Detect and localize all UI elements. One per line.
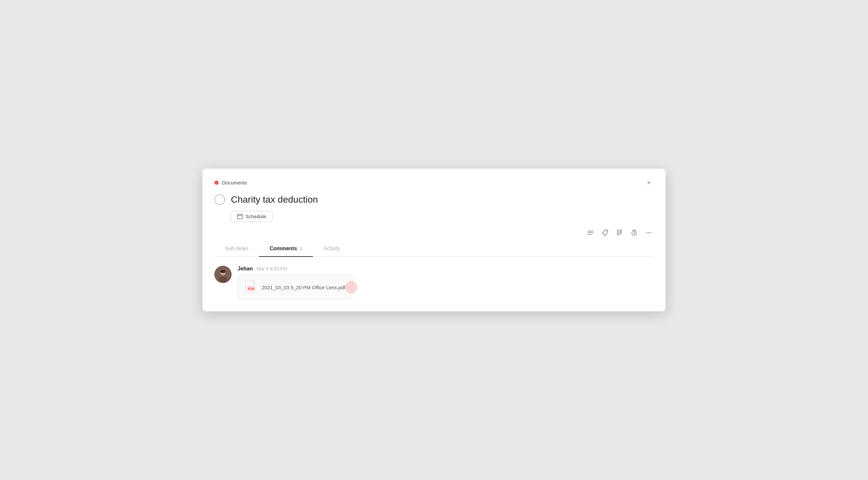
tab-comments-badge: 1: [300, 246, 302, 251]
svg-rect-0: [238, 215, 243, 219]
modal-header: Documents ×: [203, 169, 665, 191]
tag-icon: [601, 229, 609, 236]
tab-comments-label: Comments: [270, 246, 297, 251]
task-modal: Documents × Charity tax deduction Schedu…: [203, 169, 665, 312]
attachment-card[interactable]: PDF 2021_03_03 9_20 PM Office Lens.pdf: [238, 275, 352, 299]
pdf-file-icon: PDF: [245, 280, 257, 294]
schedule-row: Schedule: [203, 207, 665, 222]
avatar-image: [214, 266, 231, 283]
subtask-list-button[interactable]: [586, 228, 595, 238]
subtask-list-icon: [587, 229, 594, 236]
comment-time: Mar 8 8:20 PM: [257, 266, 287, 271]
toolbar: [203, 222, 665, 240]
pdf-icon-svg: PDF: [245, 280, 257, 294]
more-button[interactable]: [644, 228, 654, 238]
tab-activity-label: Activity: [323, 246, 340, 251]
avatar: [214, 266, 231, 283]
svg-point-18: [650, 232, 651, 233]
task-title-row: Charity tax deduction: [203, 191, 665, 207]
svg-point-24: [218, 276, 227, 283]
calendar-icon: [237, 214, 243, 219]
svg-point-8: [588, 232, 588, 233]
svg-point-10: [606, 231, 607, 232]
comment-item: Jehan Mar 8 8:20 PM PDF: [214, 266, 654, 299]
comments-section: Jehan Mar 8 8:20 PM PDF: [203, 257, 665, 311]
svg-text:PDF: PDF: [248, 287, 255, 291]
tab-subtasks[interactable]: Sub-tasks: [214, 243, 259, 257]
flag-icon: [616, 229, 623, 236]
tag-button[interactable]: [600, 228, 610, 238]
status-dot: [214, 181, 219, 185]
reminder-icon: [630, 229, 638, 236]
tab-comments[interactable]: Comments 1: [259, 243, 313, 257]
attachment-filename: 2021_03_03 9_20 PM Office Lens.pdf: [262, 285, 345, 290]
tab-activity[interactable]: Activity: [313, 243, 351, 257]
svg-line-15: [635, 230, 636, 230]
svg-line-13: [634, 233, 635, 234]
close-button[interactable]: ×: [644, 178, 654, 188]
task-title: Charity tax deduction: [231, 194, 318, 205]
svg-point-9: [588, 234, 588, 235]
flag-button[interactable]: [615, 228, 624, 238]
svg-line-14: [633, 230, 633, 230]
tabs-row: Sub-tasks Comments 1 Activity: [214, 243, 654, 257]
schedule-button[interactable]: Schedule: [231, 211, 273, 222]
comment-author: Jehan: [238, 266, 253, 272]
tab-subtasks-label: Sub-tasks: [225, 246, 248, 251]
breadcrumb: Documents: [214, 180, 247, 186]
schedule-button-label: Schedule: [245, 214, 266, 219]
pink-blob-decoration: [345, 281, 358, 293]
svg-point-7: [588, 231, 588, 231]
svg-point-23: [221, 270, 225, 273]
svg-point-16: [646, 232, 647, 233]
comment-content: Jehan Mar 8 8:20 PM PDF: [238, 266, 654, 299]
comment-meta: Jehan Mar 8 8:20 PM: [238, 266, 654, 272]
svg-point-17: [648, 232, 649, 233]
task-complete-checkbox[interactable]: [214, 194, 225, 205]
more-icon: [645, 229, 652, 236]
breadcrumb-label: Documents: [222, 180, 247, 186]
reminder-button[interactable]: [629, 228, 639, 238]
